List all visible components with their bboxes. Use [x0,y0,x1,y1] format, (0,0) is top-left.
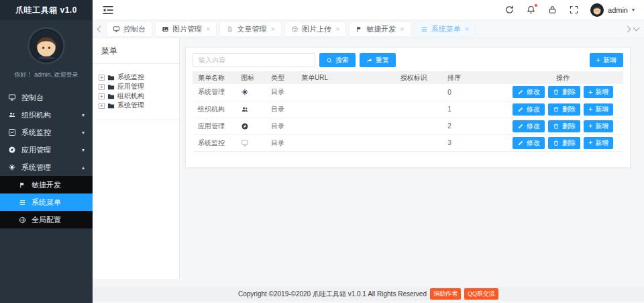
search-input[interactable] [193,53,315,67]
delete-button[interactable]: 删除 [548,120,580,132]
add-child-button[interactable]: +新增 [584,120,613,132]
cell-actions: 修改 删除 +新增 [502,118,623,134]
edit-button[interactable]: 修改 [513,86,545,98]
content-area: 菜单 + 系统监控 + 应用管理 + 组织机构 [93,38,644,287]
sidebar-item-system-management[interactable]: 系统管理 ▴ [0,159,93,176]
user-avatar-small [590,3,604,17]
sidebar-item-label: 系统管理 [21,163,51,173]
delete-button[interactable]: 删除 [548,103,580,116]
add-child-button[interactable]: +新增 [584,103,613,116]
tab-agile-dev[interactable]: 敏捷开发 × [350,22,410,36]
sidebar-item-label: 系统监控 [21,128,51,138]
cell-type: 目录 [266,101,296,118]
reset-arrow-icon [366,57,373,64]
tab-image-upload[interactable]: 图片上传 × [285,22,345,36]
smiley-icon [291,26,299,33]
cell-auth [395,84,443,101]
tree-item-label: 系统管理 [117,101,144,110]
qq-group-badge[interactable]: QQ群交流 [464,288,498,300]
cell-sort: 2 [442,118,502,134]
add-child-button-label: 新增 [595,138,608,148]
tabs-scroll-right-icon[interactable] [625,26,631,32]
edit-button-label: 修改 [527,87,540,97]
app-logo-title: 爪哇工具箱 v1.0 [0,0,93,20]
flag-icon [19,181,26,189]
tab-close-icon[interactable]: × [400,26,404,33]
collapse-sidebar-icon[interactable] [102,5,114,15]
delete-button[interactable]: 删除 [548,86,580,98]
tab-close-icon[interactable]: × [270,26,274,33]
edit-button[interactable]: 修改 [513,137,545,149]
add-child-button[interactable]: +新增 [584,86,613,98]
cell-type: 目录 [266,134,296,151]
col-header-url: 菜单URL [296,71,395,84]
tree-expander-icon[interactable]: + [99,84,105,90]
trash-icon [553,106,559,113]
search-button[interactable]: 搜索 [319,53,356,67]
notification-badge-dot [534,3,538,7]
tree-expander-icon[interactable]: + [99,93,105,99]
tab-image-management[interactable]: 图片管理 × [156,22,216,36]
tabs-scroll-left-icon[interactable] [97,26,104,32]
trash-icon [553,123,559,130]
sidebar-subitem-label: 全局配置 [32,215,61,225]
sidebar-subitem-system-menu[interactable]: 系统菜单 [0,193,93,211]
lock-screen-icon[interactable] [547,5,557,15]
tab-system-menu[interactable]: 系统菜单 × [415,22,475,36]
sidebar-item-console[interactable]: 控制台 [0,89,93,106]
add-button[interactable]: + 新增 [590,53,623,67]
tab-close-icon[interactable]: × [465,26,469,33]
sidebar-item-app-management[interactable]: 应用管理 ▾ [0,141,93,159]
tab-close-icon[interactable]: × [335,26,339,33]
cell-name: 系统管理 [193,84,235,101]
tree-item-system-monitor[interactable]: + 系统监控 [99,73,173,82]
copyright-text: Copyright ©2019-©2020 爪哇工具箱 v1.0.1 All R… [238,290,427,299]
col-header-auth: 授权标识 [395,71,443,84]
edit-button[interactable]: 修改 [513,120,545,132]
reset-button[interactable]: 重置 [360,53,396,67]
menu-tree: + 系统监控 + 应用管理 + 组织机构 + [93,64,179,120]
username-text: admin [608,6,628,14]
tree-item-app-management[interactable]: + 应用管理 [99,82,173,91]
tab-article-management[interactable]: 文章管理 × [220,22,280,36]
menu-tree-panel: 菜单 + 系统监控 + 应用管理 + 组织机构 [93,38,180,279]
tab-label: 文章管理 [237,24,266,34]
pencil-icon [517,89,524,95]
pencil-icon [517,140,524,146]
edit-button[interactable]: 修改 [513,103,545,116]
sidebar-subitem-global-config[interactable]: 全局配置 [0,211,93,228]
delete-button-label: 删除 [562,87,576,97]
tabs-menu-icon[interactable] [633,25,640,32]
cell-icon [235,118,266,134]
tab-close-icon[interactable]: × [206,26,210,33]
folder-icon [107,93,115,100]
table-row: 应用管理 目录 2 修改 [193,118,623,134]
notifications-bell-icon[interactable] [526,5,536,15]
chevron-down-icon: ▾ [632,7,635,13]
sidebar-item-system-monitor[interactable]: 系统监控 ▾ [0,124,93,141]
tree-item-label: 系统监控 [117,73,144,82]
donate-author-badge[interactable]: 捐助作者 [430,288,461,300]
tree-expander-icon[interactable]: + [99,103,105,109]
delete-button-label: 删除 [562,105,576,114]
delete-button[interactable]: 删除 [548,137,580,149]
add-child-button[interactable]: +新增 [584,137,613,149]
col-header-icon: 图标 [235,71,266,84]
tree-item-system-management[interactable]: + 系统管理 [99,101,173,110]
sidebar-item-organization[interactable]: 组织机构 ▾ [0,106,93,124]
tab-label: 图片上传 [302,24,331,34]
sidebar-subitem-agile-dev[interactable]: 敏捷开发 [0,176,93,193]
tab-console[interactable]: 控制台 [107,22,152,36]
chevron-down-icon: ▾ [82,112,85,118]
add-button-label: 新增 [603,56,616,65]
user-menu[interactable]: admin ▾ [590,3,635,17]
content-right: 搜索 重置 + 新增 [180,38,644,168]
avatar-face-icon [30,29,63,62]
tree-expander-icon[interactable]: + [99,75,105,81]
refresh-icon[interactable] [504,5,515,15]
tree-item-organization[interactable]: + 组织机构 [99,91,173,101]
topbar-actions: admin ▾ [504,3,635,17]
cell-url [296,118,395,134]
fullscreen-icon[interactable] [569,5,579,15]
sidebar: 爪哇工具箱 v1.0 你好！ admin, 欢迎登录 控制台 [0,0,93,303]
